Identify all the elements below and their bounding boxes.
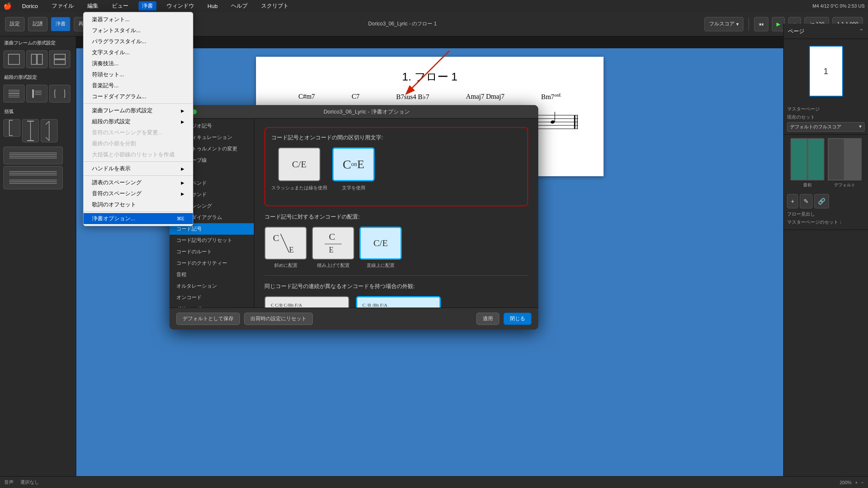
sidebar-btn-bracket1[interactable] [3, 119, 20, 137]
menubar-file[interactable]: ファイル [48, 1, 77, 11]
menu-instrument-font[interactable]: 楽器フォント... [83, 14, 193, 25]
menubar-window[interactable]: ウィンドウ [163, 1, 198, 11]
zoom-out-btn[interactable]: − [861, 480, 864, 485]
svg-rect-3 [54, 54, 65, 59]
menu-music-symbol[interactable]: 音楽記号... [83, 80, 193, 91]
right-panel-title: ページ [788, 28, 804, 35]
placement-diagonal-box[interactable]: C E [264, 227, 307, 260]
master-page-first-label: 最初 [803, 182, 812, 188]
chord-card-slash-text: C/E [292, 159, 306, 170]
modal-btn-default[interactable]: デフォルトとして保存 [176, 313, 240, 325]
sidebar-btn-group3[interactable] [49, 85, 70, 103]
sidebar-title-group: 組段の形式設定 [0, 71, 76, 82]
transport-rewind[interactable]: ⏮ [754, 17, 768, 31]
svg-rect-4 [54, 60, 65, 64]
modal-sidebar-interval[interactable]: 音程 [170, 269, 254, 280]
svg-point-66 [550, 120, 555, 124]
menu-music-frame[interactable]: 楽曲フレームの形式設定 [83, 105, 193, 116]
svg-text:E: E [289, 246, 294, 254]
sidebar-btn-group2[interactable] [26, 85, 47, 103]
chord-card-slash[interactable]: C/E [278, 147, 320, 181]
menu-split-bar: 最終の小節を分割 [83, 138, 193, 149]
tab-engrave[interactable]: 浄書 [51, 17, 70, 31]
placement-stacked-box[interactable]: C E [312, 227, 354, 260]
repeat-chord-option1[interactable]: C C/B C/Bb F/A [264, 296, 349, 308]
chord-bm7: Bm7onE [541, 93, 561, 101]
score-title: 1. フロー 1 [273, 69, 587, 84]
menu-divider-4 [83, 211, 193, 212]
menubar-edit[interactable]: 編集 [84, 1, 102, 11]
page-thumbnail-1[interactable]: 1 [809, 46, 843, 97]
menubar-view[interactable]: ビュー [108, 1, 132, 11]
master-page-thumb-first[interactable] [790, 138, 824, 180]
zoom-in-btn[interactable]: + [855, 480, 857, 485]
score-view-selector[interactable]: フルスコア ▾ [704, 17, 743, 31]
dropdown-menu: 楽器フォント... フォントスタイル... パラグラフスタイル... 文字スタイ… [83, 12, 193, 226]
modal-sidebar-chord-root[interactable]: コードのルート [170, 246, 254, 258]
svg-text:C  C/B  C/Bb  F/A: C C/B C/Bb F/A [271, 302, 302, 308]
sidebar-btn-stave1[interactable] [3, 147, 63, 164]
menu-note-spacing2[interactable]: 音符のスペーシング [83, 188, 193, 199]
placement-section-label: コード記号に対するオンコードの配置: [264, 213, 528, 221]
placement-section: コード記号に対するオンコードの配置: C E 斜めに配置 [264, 213, 528, 269]
modal-sidebar-on-chord[interactable]: オンコード [170, 292, 254, 303]
placement-diagonal-label: 斜めに配置 [274, 262, 298, 269]
menu-system-format[interactable]: 組段の形式設定 [83, 116, 193, 127]
chord-separator-section: コード記号とオンコードの間の区切り用文字: C/E スラッシュまたは線を使用 [264, 127, 528, 206]
menu-playing-technique[interactable]: 演奏技法... [83, 58, 193, 69]
modal-btn-close[interactable]: 閉じる [504, 313, 531, 325]
right-panel-expand[interactable]: ⌃ [859, 28, 864, 34]
menu-divider-1 [83, 103, 193, 104]
menu-font-style[interactable]: フォントスタイル... [83, 25, 193, 36]
repeat-chord-options: C C/B C/Bb F/A [264, 296, 528, 308]
window-title: Dorico3_06_Lyric - のフロー 1 [368, 20, 437, 28]
svg-rect-0 [8, 54, 19, 64]
sidebar-btn-frame1[interactable] [3, 50, 25, 68]
modal-btn-reset[interactable]: 出荷時の設定にリセット [244, 313, 313, 325]
rp-add-btn[interactable]: + [787, 194, 798, 208]
menubar-help[interactable]: ヘルプ [228, 1, 251, 11]
modal-sidebar-alteration[interactable]: オルタレーション [170, 280, 254, 292]
svg-line-18 [46, 121, 49, 125]
menubar: 🍎 Dorico ファイル 編集 ビュー 浄書 ウィンドウ Hub ヘルプ スク… [0, 0, 868, 12]
rp-current-set-dropdown[interactable]: デフォルトのフルスコア ▾ [787, 122, 865, 132]
right-panel: ページ ⌃ 1 マスターページ 現在のセット デフォルトのフルスコア ▾ 最初 [783, 24, 868, 476]
menu-notehead-set[interactable]: 符頭セット... [83, 69, 193, 80]
menu-paragraph-style[interactable]: パラグラフスタイル... [83, 36, 193, 47]
modal-sidebar-poly-chord[interactable]: ポリコード [170, 303, 254, 308]
rp-edit-btn[interactable]: ✎ [800, 194, 812, 208]
modal-sidebar-chord-preset[interactable]: コード記号のプリセット [170, 235, 254, 246]
menubar-script[interactable]: スクリプト [258, 1, 292, 11]
menubar-engrave[interactable]: 浄書 [139, 1, 156, 11]
modal-sidebar-chord-quality[interactable]: コードのクオリティー [170, 258, 254, 269]
menu-chord-diagram[interactable]: コードダイアグラム... [83, 91, 193, 102]
menu-reset-brackets: 大括弧と小節線のリセットを作成 [83, 149, 193, 160]
modal-btn-apply[interactable]: 適用 [476, 313, 499, 325]
menu-staff-spacing[interactable]: 譜表のスペーシング [83, 177, 193, 188]
svg-rect-2 [37, 54, 42, 64]
menu-show-handles[interactable]: ハンドルを表示 [83, 163, 193, 174]
sidebar-btn-frame2[interactable] [26, 50, 47, 68]
svg-text:C   /B  /Bb  F/A: C /B /Bb F/A [362, 302, 387, 308]
sidebar-btn-bracket3[interactable] [41, 119, 58, 142]
menubar-hub[interactable]: Hub [204, 2, 221, 10]
menu-lyrics-offset[interactable]: 歌詞のオフセット [83, 199, 193, 210]
placement-inline-text: C/E [373, 238, 388, 249]
rp-link-btn[interactable]: 🔗 [814, 194, 829, 208]
tab-write[interactable]: 記譜 [28, 17, 47, 31]
placement-inline-box[interactable]: C/E [359, 227, 402, 260]
menubar-dorico[interactable]: Dorico [19, 2, 42, 10]
sidebar-btn-group1[interactable] [3, 85, 25, 103]
chord-card-text[interactable]: ConE [332, 147, 375, 181]
sidebar-btn-frame3[interactable] [49, 50, 70, 68]
master-page-thumb-default[interactable] [828, 138, 862, 180]
apple-icon: 🍎 [3, 2, 12, 10]
sidebar-btn-stave2[interactable] [3, 166, 63, 189]
menu-engraving-options[interactable]: 浄書オプション... ⌘E [83, 213, 193, 224]
statusbar: 音声 選択なし 200% + − [0, 476, 868, 488]
menu-character-style[interactable]: 文字スタイル... [83, 47, 193, 58]
tab-setup[interactable]: 設定 [5, 17, 25, 31]
repeat-chord-option2[interactable]: C /B /Bb F/A [356, 296, 441, 308]
sidebar-btn-bracket2[interactable] [22, 119, 39, 142]
placement-inline-label: 直線上に配置 [367, 262, 395, 269]
